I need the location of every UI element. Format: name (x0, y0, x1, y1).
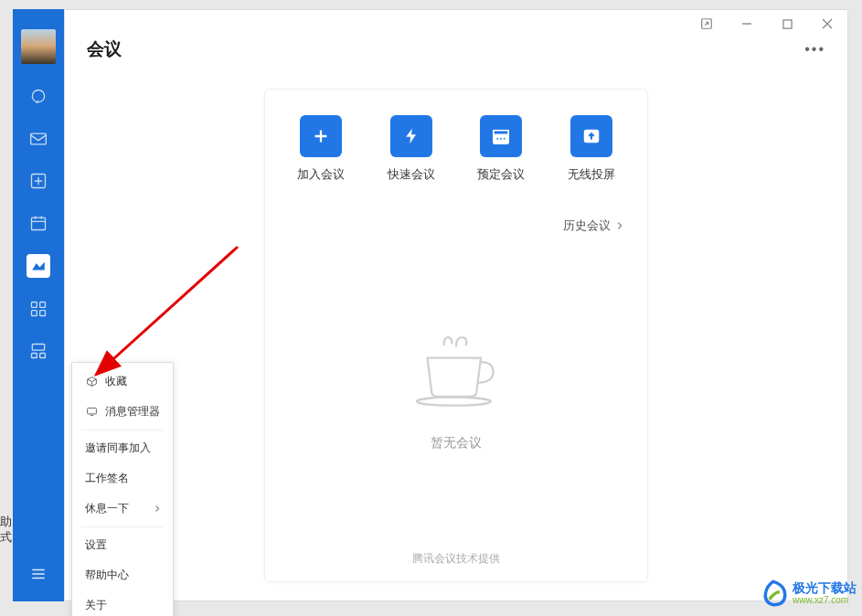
history-row: 历史会议 (265, 201, 647, 243)
main-window: 会议 ••• 加入会议 快速会议 (64, 9, 848, 601)
join-meeting-button[interactable]: 加入会议 (297, 115, 345, 183)
coffee-cup-icon (406, 329, 506, 411)
more-button[interactable]: ••• (804, 41, 825, 58)
bg-text: 助 (0, 514, 12, 530)
docs-icon[interactable] (27, 170, 49, 192)
action-label: 预定会议 (477, 166, 525, 183)
footer-text: 腾讯会议技术提供 (265, 536, 647, 581)
quick-meeting-button[interactable]: 快速会议 (388, 115, 435, 183)
calendar-schedule-icon (480, 115, 522, 157)
menu-about[interactable]: 关于 (72, 590, 173, 616)
empty-state: 暂无会议 (265, 243, 647, 536)
history-link[interactable]: 历史会议 (563, 218, 623, 234)
avatar[interactable] (21, 29, 56, 64)
plus-icon (300, 115, 342, 157)
svg-rect-5 (40, 303, 46, 308)
svg-rect-4 (32, 303, 37, 308)
svg-rect-21 (87, 408, 96, 414)
monitor-icon (85, 406, 98, 419)
header: 会议 ••• (65, 37, 847, 72)
watermark-text: 极光下载站 www.xz7.com (793, 581, 857, 605)
cast-icon (570, 115, 612, 157)
svg-rect-12 (782, 19, 791, 27)
action-label: 无线投屏 (568, 166, 615, 183)
menu-msg-manager[interactable]: 消息管理器 (72, 397, 173, 427)
chevron-right-icon (154, 504, 160, 513)
meeting-card: 加入会议 快速会议 预定会议 (264, 89, 648, 582)
menu-label: 邀请同事加入 (85, 441, 151, 456)
svg-rect-3 (32, 218, 46, 229)
svg-point-0 (32, 90, 44, 102)
chat-icon[interactable] (27, 86, 49, 108)
menu-label: 设置 (85, 537, 107, 553)
lightning-icon (390, 115, 432, 157)
menu-icon[interactable] (30, 567, 47, 585)
menu-help[interactable]: 帮助中心 (72, 560, 173, 590)
history-label: 历史会议 (563, 218, 611, 234)
svg-point-20 (417, 397, 491, 405)
action-label: 快速会议 (388, 166, 435, 183)
wireless-cast-button[interactable]: 无线投屏 (568, 115, 615, 183)
menu-separator (81, 430, 164, 430)
schedule-meeting-button[interactable]: 预定会议 (477, 115, 525, 183)
sidebar-nav (27, 86, 50, 567)
menu-label: 帮助中心 (85, 568, 129, 583)
menu-invite[interactable]: 邀请同事加入 (72, 433, 173, 463)
watermark-name: 极光下载站 (793, 581, 857, 595)
watermark: 极光下载站 www.xz7.com (758, 578, 857, 609)
close-button[interactable] (816, 13, 838, 35)
svg-rect-7 (40, 311, 46, 316)
popout-icon[interactable] (696, 13, 718, 35)
watermark-logo-icon (758, 578, 789, 609)
svg-rect-8 (32, 345, 44, 351)
empty-text: 暂无会议 (431, 435, 482, 451)
menu-label: 休息一下 (85, 501, 129, 516)
svg-rect-9 (32, 354, 37, 358)
watermark-url: www.xz7.com (793, 595, 857, 605)
cube-icon (85, 376, 98, 388)
svg-rect-6 (32, 311, 37, 316)
sidebar (13, 9, 64, 601)
maximize-button[interactable] (776, 13, 798, 35)
menu-label: 消息管理器 (105, 404, 160, 420)
menu-label: 收藏 (105, 374, 127, 389)
bg-text: 式 (0, 529, 12, 546)
chevron-right-icon (616, 221, 623, 230)
minimize-button[interactable] (736, 13, 758, 35)
svg-rect-1 (31, 133, 47, 144)
apps-icon[interactable] (27, 298, 49, 320)
action-label: 加入会议 (297, 166, 345, 183)
workbench-icon[interactable] (27, 340, 49, 362)
menu-settings[interactable]: 设置 (72, 530, 173, 560)
menu-rest[interactable]: 休息一下 (72, 494, 173, 524)
menu-separator (81, 526, 164, 527)
titlebar (65, 10, 847, 37)
menu-signature[interactable]: 工作签名 (72, 463, 173, 494)
svg-point-16 (497, 138, 499, 140)
content: 加入会议 快速会议 预定会议 (65, 72, 847, 600)
page-title: 会议 (87, 37, 122, 61)
menu-label: 工作签名 (85, 471, 129, 486)
svg-point-17 (500, 138, 502, 140)
context-menu: 收藏 消息管理器 邀请同事加入 工作签名 休息一下 设置 帮助中心 关于 吐个槽 (71, 362, 174, 616)
meeting-icon[interactable] (27, 254, 50, 278)
mail-icon[interactable] (27, 128, 49, 150)
calendar-icon[interactable] (27, 212, 49, 234)
svg-rect-10 (40, 354, 46, 358)
menu-label: 关于 (85, 598, 107, 613)
action-row: 加入会议 快速会议 预定会议 (265, 90, 647, 201)
svg-point-18 (504, 138, 505, 140)
menu-favorites[interactable]: 收藏 (72, 366, 173, 397)
